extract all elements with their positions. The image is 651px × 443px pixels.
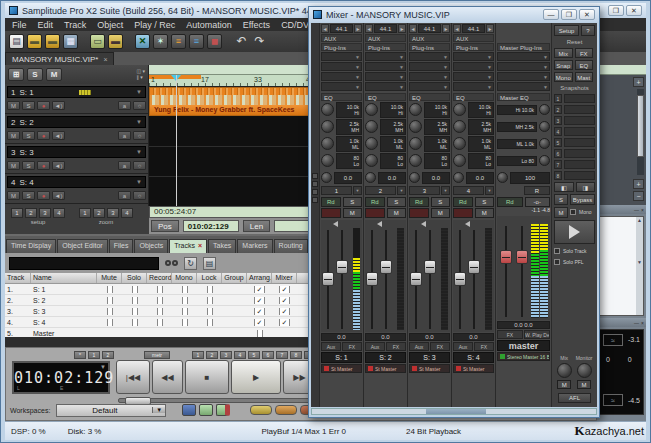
strip-menu-icon[interactable]: ▼: [353, 186, 362, 195]
eq-mhi-knob[interactable]: [409, 120, 422, 133]
all-mute-button[interactable]: M: [46, 68, 62, 81]
mix-knob[interactable]: [557, 363, 572, 378]
monitor-speaker-icon[interactable]: [421, 221, 426, 227]
strip-menu-icon[interactable]: ▼: [485, 186, 494, 195]
arrang-checkbox[interactable]: ✓: [254, 297, 266, 304]
fader-db-value[interactable]: 0.0: [321, 333, 362, 341]
master-plugin-slot[interactable]: ▼: [497, 62, 550, 71]
grid-button[interactable]: ⊞: [8, 68, 24, 81]
rail-icon[interactable]: [312, 197, 318, 203]
snapshot-slot[interactable]: 2: [554, 105, 595, 114]
solo-pfl-checkbox[interactable]: [554, 259, 560, 265]
eq-hi-knob[interactable]: [409, 103, 422, 116]
master-eq-hi-knob[interactable]: [539, 104, 550, 115]
scrollbar-handle[interactable]: [637, 95, 644, 157]
track-monitor-button[interactable]: ◄): [52, 161, 65, 170]
output-routing[interactable]: St Master: [453, 364, 494, 373]
mixer-close-button[interactable]: ✕: [579, 9, 595, 20]
input-next-icon[interactable]: ►: [442, 24, 450, 33]
input-prev-icon[interactable]: ◄: [321, 24, 329, 33]
open-folder-icon[interactable]: ▬: [27, 34, 42, 49]
track-automation-button[interactable]: a: [118, 191, 131, 200]
reset-master-button[interactable]: Mast: [575, 72, 594, 82]
mono-checkbox[interactable]: [570, 209, 576, 215]
plugins-section[interactable]: Plug-Ins: [409, 43, 450, 51]
mixer-view-icon[interactable]: [199, 404, 213, 416]
master-eq-lo-knob[interactable]: [539, 155, 550, 166]
plugin-slot[interactable]: ▼: [321, 82, 362, 91]
input-next-icon[interactable]: ►: [354, 24, 362, 33]
track-menu-icon[interactable]: ▼: [136, 179, 142, 185]
panel-scrollbar[interactable]: ▲▼: [636, 217, 643, 315]
all-solo-button[interactable]: S: [27, 68, 43, 81]
track-header-1[interactable]: 1 S: 1 ▼ M S ● ◄) a ○: [5, 84, 148, 114]
eq-mlo-knob[interactable]: [409, 137, 422, 150]
track-mute-button[interactable]: M: [7, 131, 20, 140]
plugin-slot[interactable]: ▼: [321, 62, 362, 71]
plugin-slot[interactable]: ▼: [321, 52, 362, 61]
eq-section[interactable]: EQ: [453, 93, 494, 101]
snapshot-slot[interactable]: 1: [554, 94, 595, 103]
tab-markers[interactable]: Markers: [237, 239, 272, 253]
volume-fader[interactable]: [341, 230, 343, 329]
trim-handle[interactable]: [454, 272, 466, 286]
mute-button[interactable]: M: [387, 208, 407, 218]
mini-button[interactable]: *: [74, 351, 86, 359]
master-plugins-section[interactable]: Master Plug-Ins: [497, 43, 550, 51]
track-solo-button[interactable]: S: [22, 191, 35, 200]
zoom-preset-button[interactable]: 3: [107, 208, 119, 218]
track-menu-icon[interactable]: ▼: [136, 119, 142, 125]
track-record-button[interactable]: ●: [37, 101, 50, 110]
playback-cursor[interactable]: [176, 75, 177, 206]
solo-checkbox[interactable]: [132, 308, 138, 315]
tab-files[interactable]: Files: [109, 239, 134, 253]
workspace-dropdown[interactable]: Default ▼: [56, 404, 166, 417]
bypass-button[interactable]: Bypass: [570, 194, 595, 205]
marker-button[interactable]: 1: [192, 351, 204, 359]
snapshot-slot[interactable]: 7: [554, 160, 595, 169]
solo-checkbox[interactable]: [132, 319, 138, 326]
mixer-minimize-button[interactable]: —: [543, 9, 559, 20]
track-monitor-button[interactable]: ◄): [52, 101, 65, 110]
plugin-slot[interactable]: ▼: [365, 62, 406, 71]
project-tab-close-icon[interactable]: ×: [103, 56, 107, 63]
aux-button[interactable]: Aux: [409, 342, 429, 351]
mono-checkbox[interactable]: [182, 286, 188, 293]
plugins-section[interactable]: Plug-Ins: [453, 43, 494, 51]
track-automation-button[interactable]: a: [118, 161, 131, 170]
fader-db-value[interactable]: 0.0: [409, 333, 450, 341]
mixer-checkbox[interactable]: ✓: [279, 286, 291, 293]
pos-value[interactable]: 010:02:129: [183, 220, 239, 232]
setup-preset-button[interactable]: 1: [11, 208, 23, 218]
mix-mute-button[interactable]: M: [557, 380, 571, 389]
plugin-slot[interactable]: ▼: [453, 52, 494, 61]
mute-button[interactable]: M: [431, 208, 451, 218]
new-file-icon[interactable]: ▤: [9, 34, 24, 49]
master-plugin-slot[interactable]: ▼: [497, 72, 550, 81]
track-solo-button[interactable]: S: [22, 131, 35, 140]
marker-button[interactable]: 2: [206, 351, 218, 359]
fx-button[interactable]: FX: [342, 342, 362, 351]
redo-icon[interactable]: ↷: [252, 34, 267, 49]
pan-value[interactable]: 0.0: [334, 172, 362, 184]
menu-file[interactable]: File: [12, 20, 27, 30]
mixer-help-button[interactable]: ?: [581, 25, 595, 36]
snapshot-slot[interactable]: 6: [554, 149, 595, 158]
panel-minimize-icon[interactable]: —: [634, 320, 639, 326]
record-button[interactable]: Rd: [453, 197, 473, 207]
trim-fader[interactable]: [371, 230, 373, 329]
master-mute-button[interactable]: M: [554, 207, 568, 218]
track-name[interactable]: S: 3: [19, 148, 33, 157]
fader-handle[interactable]: [516, 250, 528, 264]
mixer-play-button[interactable]: [554, 220, 595, 244]
maximize-button[interactable]: ❐: [608, 5, 624, 16]
plugin-slot[interactable]: ▼: [409, 82, 450, 91]
lock-checkbox[interactable]: [207, 297, 213, 304]
trim-handle[interactable]: [410, 272, 422, 286]
tools-icon[interactable]: ✶: [153, 34, 168, 49]
strip-name[interactable]: S: 3: [409, 352, 450, 363]
mixer-title-bar[interactable]: Mixer - MANSORY MUSIC.VIP — ❐ ✕: [309, 7, 599, 22]
afl-button[interactable]: AFL: [558, 393, 591, 403]
time-format-menu-icon[interactable]: ▼: [100, 364, 106, 370]
track-mute-button[interactable]: M: [7, 101, 20, 110]
